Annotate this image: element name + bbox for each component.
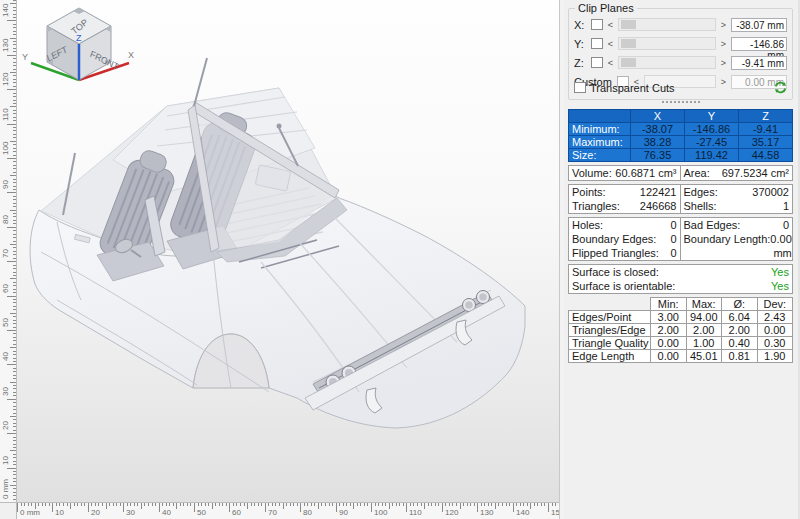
ruler-tick (13, 206, 16, 207)
ruler-tick (13, 172, 16, 173)
ruler-tick (13, 151, 16, 152)
slider-decrement-button[interactable]: < (606, 20, 615, 30)
ruler-tick (10, 244, 16, 245)
ruler-tick (13, 17, 16, 18)
ruler-tick (10, 347, 16, 348)
ruler-tick (477, 503, 478, 512)
ruler-label: 0 mm (20, 509, 40, 517)
statistics-area: XYZMinimum:-38.07-146.86-9.41Maximum:38.… (568, 109, 793, 363)
ruler-tick (13, 155, 16, 156)
ruler-tick (336, 503, 337, 512)
clip-value-input[interactable]: -146.86 mm (731, 37, 787, 51)
clip-axis-checkbox[interactable] (591, 38, 603, 49)
clip-slider[interactable] (618, 56, 716, 69)
ruler-tick (35, 503, 36, 509)
ruler-tick (13, 103, 16, 104)
ruler-tick (42, 503, 43, 506)
ruler-tick (52, 503, 53, 512)
ruler-tick (13, 86, 16, 87)
mesh-quality-row: Triangle Quality0.001.000.400.30 (569, 337, 793, 350)
ruler-tick (201, 503, 202, 506)
ruler-tick (13, 182, 16, 183)
viewport-3d[interactable]: Y X Z TOP LEFT FRONT (17, 0, 559, 502)
slider-thumb[interactable] (621, 58, 636, 67)
ruler-tick (438, 503, 439, 506)
surface-status-row: Surface is closed:Yes (569, 265, 792, 279)
ruler-tick (190, 503, 191, 506)
ruler-tick (424, 503, 425, 509)
ruler-tick (13, 289, 16, 290)
clip-value-input[interactable]: -38.07 mm (731, 18, 787, 32)
mesh-col-header: Min: (651, 298, 687, 311)
ruler-tick (364, 503, 365, 506)
ruler-tick (304, 503, 305, 506)
ruler-tick (38, 503, 39, 506)
ruler-tick (13, 495, 16, 496)
ruler-tick (13, 423, 16, 424)
panel-drag-handle[interactable] (564, 101, 798, 105)
ruler-tick (13, 402, 16, 403)
ruler-tick (452, 503, 453, 506)
slider-decrement-button[interactable]: < (606, 58, 615, 68)
ruler-tick (13, 100, 16, 101)
ruler-tick (137, 503, 138, 506)
clip-slider[interactable] (618, 37, 716, 50)
ruler-tick (254, 503, 255, 506)
ruler-tick (13, 406, 16, 407)
mesh-quality-table: Min:Max:Ø:Dev:Edges/Point3.0094.006.042.… (568, 297, 793, 363)
clip-plane-row: Y:<>-146.86 mm (574, 36, 787, 51)
clip-axis-checkbox[interactable] (591, 57, 603, 68)
ruler-tick (283, 503, 284, 509)
ruler-tick (421, 503, 422, 506)
ruler-tick (13, 48, 16, 49)
ruler-tick (141, 503, 142, 509)
ruler-tick (215, 503, 216, 506)
clip-value-input[interactable]: -9.41 mm (731, 56, 787, 70)
slider-thumb[interactable] (621, 20, 636, 29)
ruler-tick (13, 44, 16, 45)
ruler-tick (70, 503, 71, 509)
ruler-tick (13, 282, 16, 283)
bounds-row: Minimum:-38.07-146.86-9.41 (569, 123, 793, 136)
ruler-tick (491, 503, 492, 506)
clip-slider[interactable] (618, 18, 716, 31)
ruler-tick (95, 503, 96, 506)
ruler-tick (10, 106, 16, 107)
ruler-tick (375, 503, 376, 506)
ruler-tick (484, 503, 485, 506)
ruler-tick (13, 437, 16, 438)
ruler-tick (81, 503, 82, 506)
refresh-icon[interactable] (773, 80, 788, 95)
ruler-tick (10, 3, 16, 4)
clip-axis-checkbox[interactable] (591, 19, 603, 30)
stats-section: Holes:0Bad Edges:0Boundary Edges:0Bounda… (568, 217, 793, 261)
transparent-cuts-checkbox[interactable] (574, 82, 586, 93)
ruler-tick (13, 179, 16, 180)
ruler-tick (435, 503, 436, 506)
ruler-tick (13, 213, 16, 214)
ruler-tick (13, 10, 16, 11)
ruler-label: 110 (409, 509, 422, 517)
ruler-label: 120 (445, 509, 458, 517)
ruler-tick (194, 503, 195, 512)
ruler-tick (350, 503, 351, 506)
slider-decrement-button[interactable]: < (606, 39, 615, 49)
ruler-tick (28, 503, 29, 506)
slider-thumb[interactable] (621, 39, 636, 48)
ruler-tick (10, 382, 16, 383)
ruler-tick (13, 137, 16, 138)
ruler-tick (13, 196, 16, 197)
slider-increment-button[interactable]: > (719, 20, 728, 30)
slider-increment-button[interactable]: > (719, 58, 728, 68)
ruler-tick (392, 503, 393, 506)
slider-increment-button[interactable]: > (719, 39, 728, 49)
ruler-tick (367, 503, 368, 506)
ruler-tick (498, 503, 499, 506)
ruler-tick (13, 285, 16, 286)
ruler-label: 40 (2, 352, 10, 361)
orientation-cube[interactable]: Y X Z TOP LEFT FRONT (17, 0, 135, 92)
ruler-tick (120, 503, 121, 506)
ruler-tick (495, 503, 496, 509)
mesh-col-header: Dev: (757, 298, 793, 311)
clip-axis-label: Z: (574, 57, 588, 69)
